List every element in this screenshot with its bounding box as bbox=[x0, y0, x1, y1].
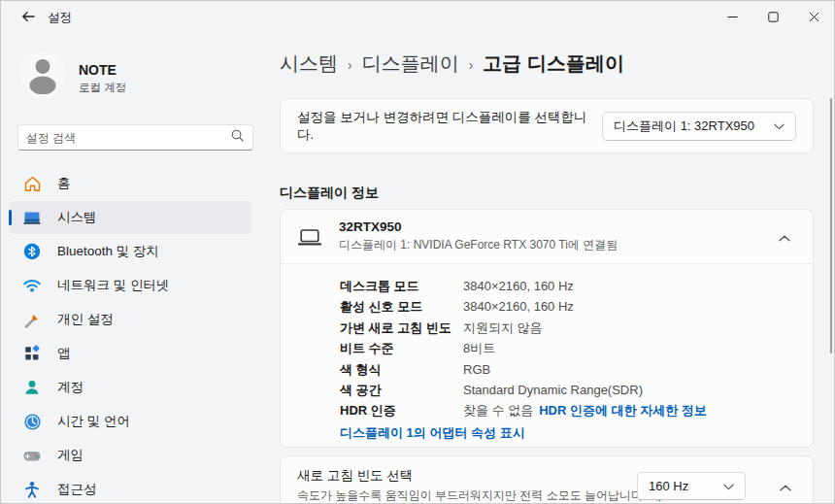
search-icon bbox=[230, 128, 245, 147]
refresh-rate-card: 새로 고침 빈도 선택 속도가 높을수록 움직임이 부드러워지지만 전력 소모도… bbox=[280, 455, 814, 504]
avatar[interactable] bbox=[20, 51, 65, 96]
refresh-rate-description: 속도가 높을수록 움직임이 부드러워지지만 전력 소모도 늘어납니다.새로 고침… bbox=[297, 487, 689, 504]
adapter-properties-link[interactable]: 디스플레이 1의 어댑터 속성 표시 bbox=[340, 422, 525, 443]
detail-row-color-format: 색 형식 RGB bbox=[340, 359, 796, 380]
minimize-icon bbox=[727, 9, 738, 26]
app-title: 설정 bbox=[48, 10, 72, 26]
chevron-up-icon bbox=[779, 228, 790, 246]
accounts-icon bbox=[22, 378, 42, 397]
breadcrumb-separator: › bbox=[348, 57, 352, 73]
sidebar-item-label: 네트워크 및 인터넷 bbox=[57, 277, 170, 294]
sidebar-item-home[interactable]: 홈 bbox=[9, 167, 251, 200]
personalization-icon bbox=[22, 310, 42, 329]
detail-row-active-signal-mode: 활성 신호 모드 3840×2160, 160 Hz bbox=[340, 296, 796, 317]
network-icon bbox=[22, 276, 42, 295]
sidebar-item-label: 시스템 bbox=[57, 209, 97, 226]
sidebar-item-label: 계정 bbox=[57, 379, 84, 396]
monitor-icon bbox=[297, 226, 322, 248]
display-info-header[interactable]: 32RTX950 디스플레이 1: NVIDIA GeForce RTX 307… bbox=[281, 210, 813, 264]
sidebar-item-accounts[interactable]: 계정 bbox=[9, 371, 251, 404]
detail-row-desktop-mode: 데스크톱 모드 3840×2160, 160 Hz bbox=[340, 276, 796, 296]
monitor-name: 32RTX950 bbox=[339, 219, 618, 234]
settings-search-box[interactable] bbox=[17, 124, 253, 151]
titlebar: 설정 bbox=[1, 1, 834, 36]
close-icon bbox=[809, 9, 819, 26]
system-icon bbox=[22, 208, 42, 227]
chevron-down-icon bbox=[723, 479, 734, 493]
sidebar-item-label: 앱 bbox=[57, 345, 71, 362]
display-select-value: 디스플레이 1: 32RTX950 bbox=[614, 118, 754, 135]
detail-row-variable-refresh: 가변 새로 고침 빈도 지원되지 않음 bbox=[340, 318, 796, 338]
breadcrumb-separator: › bbox=[469, 57, 474, 73]
search-input[interactable] bbox=[26, 131, 230, 145]
close-button[interactable] bbox=[793, 1, 834, 34]
sidebar-nav: 홈 시스템 Bluetooth 및 장치 네트워크 및 인터넷 개인 설정 bbox=[9, 167, 251, 504]
sidebar-item-label: 게임 bbox=[57, 447, 84, 464]
gaming-icon bbox=[22, 446, 42, 465]
sidebar-item-gaming[interactable]: 게임 bbox=[9, 439, 251, 472]
display-info-section-title: 디스플레이 정보 bbox=[280, 185, 379, 202]
minimize-button[interactable] bbox=[712, 1, 752, 34]
user-avatar-icon bbox=[20, 51, 65, 96]
select-display-label: 설정을 보거나 변경하려면 디스플레이를 선택합니다. bbox=[297, 109, 602, 144]
back-arrow-icon bbox=[20, 9, 36, 28]
accessibility-icon bbox=[22, 480, 42, 499]
detail-row-hdr-certification: HDR 인증 찾을 수 없음 HDR 인증에 대한 자세한 정보 bbox=[340, 400, 796, 420]
window-controls bbox=[712, 1, 834, 34]
user-account-type: 로컬 계정 bbox=[79, 81, 126, 95]
user-name: NOTE bbox=[79, 62, 117, 78]
hdr-info-link[interactable]: HDR 인증에 대한 자세한 정보 bbox=[539, 400, 707, 420]
sidebar-item-network[interactable]: 네트워크 및 인터넷 bbox=[9, 269, 251, 302]
sidebar-item-accessibility[interactable]: 접근성 bbox=[9, 473, 251, 504]
sidebar-item-label: Bluetooth 및 장치 bbox=[57, 243, 159, 260]
sidebar-item-time-language[interactable]: 시간 및 언어 bbox=[9, 405, 251, 438]
vertical-scrollbar[interactable] bbox=[830, 98, 832, 353]
detail-row-bit-depth: 비트 수준 8비트 bbox=[340, 338, 796, 358]
apps-icon bbox=[22, 344, 42, 363]
chevron-down-icon bbox=[774, 118, 785, 133]
monitor-connection: 디스플레이 1: NVIDIA GeForce RTX 3070 Ti에 연결됨 bbox=[339, 237, 618, 253]
refresh-rate-dropdown[interactable]: 160 Hz bbox=[637, 472, 746, 500]
page-title: 고급 디스플레이 bbox=[483, 50, 624, 77]
collapse-display-info-button[interactable] bbox=[770, 222, 799, 252]
chevron-up-icon bbox=[780, 478, 791, 495]
maximize-button[interactable] bbox=[752, 1, 793, 34]
time-language-icon bbox=[22, 412, 42, 431]
display-info-titles: 32RTX950 디스플레이 1: NVIDIA GeForce RTX 307… bbox=[339, 219, 618, 253]
breadcrumb-display[interactable]: 디스플레이 bbox=[362, 50, 459, 77]
detail-row-color-space: 색 공간 Standard Dynamic Range(SDR) bbox=[340, 380, 796, 400]
settings-window: 설정 NOTE 로컬 계정 bbox=[0, 0, 835, 504]
sidebar-item-label: 홈 bbox=[57, 175, 71, 192]
back-button[interactable] bbox=[13, 4, 44, 33]
sidebar-item-label: 접근성 bbox=[57, 481, 97, 498]
home-icon bbox=[22, 174, 42, 193]
sidebar-item-bluetooth[interactable]: Bluetooth 및 장치 bbox=[9, 235, 251, 268]
sidebar-item-system[interactable]: 시스템 bbox=[9, 201, 251, 234]
collapse-refresh-rate-button[interactable] bbox=[771, 472, 800, 501]
display-info-card: 32RTX950 디스플레이 1: NVIDIA GeForce RTX 307… bbox=[280, 209, 814, 448]
bluetooth-icon bbox=[22, 242, 42, 261]
sidebar-item-personalization[interactable]: 개인 설정 bbox=[9, 303, 251, 336]
breadcrumb-system[interactable]: 시스템 bbox=[280, 50, 338, 77]
display-info-details: 데스크톱 모드 3840×2160, 160 Hz 활성 신호 모드 3840×… bbox=[281, 264, 813, 443]
breadcrumb: 시스템 › 디스플레이 › 고급 디스플레이 bbox=[280, 50, 624, 77]
display-select-dropdown[interactable]: 디스플레이 1: 32RTX950 bbox=[602, 112, 796, 141]
refresh-rate-value: 160 Hz bbox=[649, 479, 688, 493]
sidebar-item-apps[interactable]: 앱 bbox=[9, 337, 251, 370]
sidebar-item-label: 개인 설정 bbox=[57, 311, 114, 328]
select-display-card: 설정을 보거나 변경하려면 디스플레이를 선택합니다. 디스플레이 1: 32R… bbox=[280, 98, 814, 153]
sidebar-item-label: 시간 및 언어 bbox=[57, 413, 130, 430]
maximize-icon bbox=[768, 9, 779, 26]
